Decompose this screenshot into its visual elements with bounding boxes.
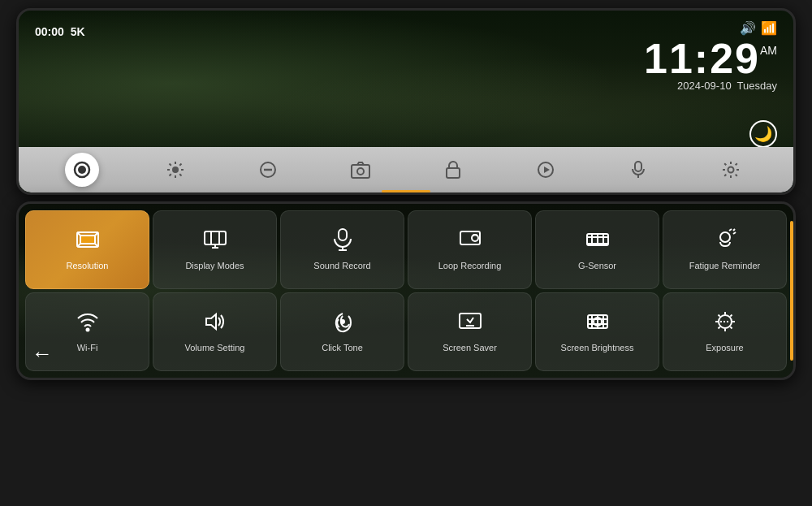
svg-line-66 (730, 315, 732, 317)
loop-recording-label: Loop Recording (438, 261, 502, 271)
svg-line-67 (718, 327, 719, 329)
svg-marker-48 (206, 314, 216, 329)
menu-item-screen-brightness[interactable]: Screen Brightness (535, 292, 659, 371)
resolution-label: Resolution (67, 261, 109, 271)
svg-point-14 (357, 168, 364, 175)
status-icons: 🔊 📶 (644, 20, 777, 36)
sound-record-icon (330, 227, 355, 256)
wifi-icon (76, 309, 100, 338)
bottom-menu-display: ← Resolution (16, 201, 796, 380)
wifi-status-icon: 📶 (761, 20, 777, 36)
top-mirror-display: 00:00 5K 🔊 📶 11:29AM 2024-09-10 Tuesday … (16, 8, 796, 195)
svg-marker-17 (544, 167, 550, 173)
sound-record-label: Sound Record (313, 261, 370, 271)
menu-item-volume-setting[interactable]: Volume Setting (153, 292, 277, 371)
day-value: Tuesday (737, 80, 777, 92)
click-tone-label: Click Tone (322, 343, 363, 353)
settings-menu-grid: Resolution Display Modes (19, 204, 793, 378)
menu-item-sound-record[interactable]: Sound Record (280, 210, 404, 289)
svg-rect-13 (352, 165, 369, 178)
time-display: 🔊 📶 11:29AM 2024-09-10 Tuesday (644, 20, 777, 92)
menu-item-exposure[interactable]: Exposure (663, 292, 787, 371)
svg-rect-27 (205, 231, 226, 244)
recording-time: 00:00 (35, 25, 64, 38)
lock-button[interactable] (437, 154, 469, 186)
brightness-button[interactable] (159, 154, 192, 186)
volume-setting-icon (203, 309, 227, 338)
g-sensor-label: G-Sensor (578, 261, 616, 271)
time-value: 11:29 (644, 35, 760, 82)
display-modes-label: Display Modes (185, 261, 244, 271)
svg-point-43 (720, 232, 730, 242)
mic-button[interactable] (622, 154, 654, 186)
screen-saver-label: Screen Saver (443, 343, 497, 353)
menu-item-display-modes[interactable]: Display Modes (153, 210, 277, 289)
svg-line-46 (733, 229, 735, 231)
back-button[interactable]: ← (32, 341, 53, 366)
svg-line-64 (718, 315, 719, 317)
svg-rect-22 (80, 236, 95, 244)
exposure-icon (713, 309, 737, 338)
svg-line-65 (730, 327, 732, 329)
active-indicator (382, 190, 430, 192)
svg-rect-35 (460, 231, 480, 244)
click-tone-icon (330, 309, 355, 338)
resolution-badge: 5K (71, 25, 85, 38)
night-mode-button[interactable]: 🌙 (749, 120, 777, 148)
menu-item-loop-recording[interactable]: Loop Recording (408, 210, 532, 289)
svg-line-9 (179, 164, 181, 166)
svg-point-49 (341, 320, 344, 323)
svg-point-2 (172, 167, 179, 173)
svg-point-1 (78, 166, 86, 174)
menu-item-screen-saver[interactable]: Screen Saver (408, 292, 532, 371)
camera-button[interactable] (344, 154, 377, 186)
menu-item-fatigue-reminder[interactable]: Fatigue Reminder (663, 210, 787, 289)
resolution-icon (76, 227, 100, 256)
svg-line-7 (170, 164, 171, 166)
settings-button[interactable] (715, 154, 747, 186)
svg-line-45 (733, 232, 736, 234)
svg-rect-15 (447, 168, 460, 178)
svg-point-20 (728, 167, 734, 173)
svg-rect-18 (635, 162, 641, 171)
ampm-label: AM (760, 44, 777, 57)
playback-button[interactable] (529, 154, 562, 186)
svg-line-10 (170, 174, 171, 175)
fatigue-reminder-label: Fatigue Reminder (689, 261, 760, 271)
svg-point-47 (86, 329, 89, 331)
menu-item-resolution[interactable]: Resolution (25, 210, 149, 289)
toolbar (19, 147, 793, 192)
svg-line-44 (729, 229, 732, 231)
svg-line-8 (179, 174, 181, 175)
recording-info: 00:00 5K (35, 25, 85, 38)
record-button[interactable] (65, 153, 99, 187)
wifi-label: Wi-Fi (77, 343, 98, 353)
loop-recording-icon (458, 227, 482, 256)
svg-rect-32 (339, 229, 347, 240)
clock: 11:29AM (644, 37, 777, 80)
menu-item-g-sensor[interactable]: G-Sensor (535, 210, 659, 289)
screen-brightness-icon (585, 309, 610, 338)
exposure-label: Exposure (706, 343, 743, 353)
g-sensor-icon (585, 227, 610, 256)
date-value: 2024-09-10 (677, 80, 732, 92)
volume-setting-label: Volume Setting (185, 343, 245, 353)
screen-brightness-label: Screen Brightness (561, 343, 634, 353)
screen-saver-icon (458, 309, 482, 338)
display-modes-icon (203, 227, 227, 256)
fatigue-reminder-icon (713, 227, 737, 256)
volume-icon: 🔊 (740, 20, 756, 36)
menu-item-click-tone[interactable]: Click Tone (280, 292, 404, 371)
minus-button[interactable] (252, 154, 284, 186)
